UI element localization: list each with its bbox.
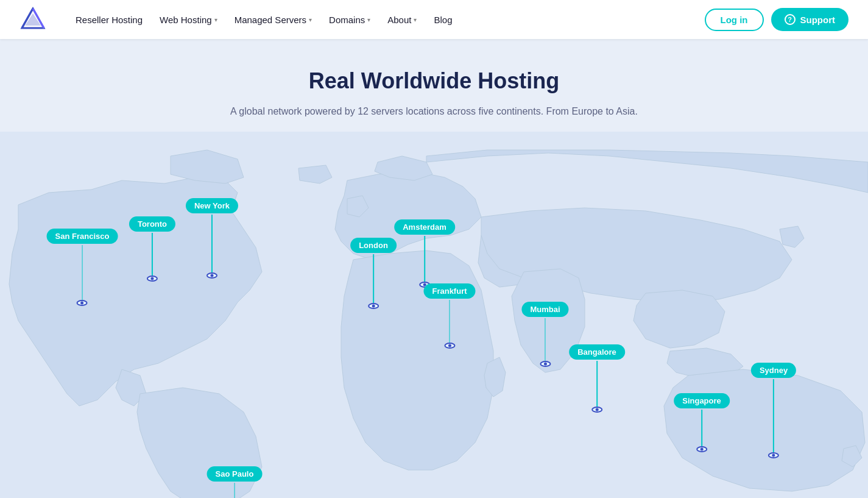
login-button[interactable]: Log in bbox=[705, 9, 764, 31]
chevron-down-icon: ▾ bbox=[309, 16, 312, 23]
logo[interactable] bbox=[19, 6, 46, 33]
nav-blog[interactable]: Blog bbox=[426, 10, 459, 30]
chevron-down-icon: ▾ bbox=[367, 16, 370, 23]
hero-section: Real Worldwide Hosting A global network … bbox=[0, 39, 868, 132]
support-icon: ? bbox=[785, 14, 796, 25]
hero-subtitle: A global network powered by 12 servers l… bbox=[12, 104, 856, 119]
nav-actions: Log in ? Support bbox=[705, 8, 849, 31]
support-button[interactable]: ? Support bbox=[771, 8, 849, 31]
nav-about[interactable]: About ▾ bbox=[380, 10, 424, 30]
nav-reseller-hosting[interactable]: Reseller Hosting bbox=[68, 10, 150, 30]
chevron-down-icon: ▾ bbox=[214, 16, 217, 23]
nav-web-hosting[interactable]: Web Hosting ▾ bbox=[152, 10, 225, 30]
chevron-down-icon: ▾ bbox=[414, 16, 417, 23]
hero-title: Real Worldwide Hosting bbox=[12, 68, 856, 94]
main-nav: Reseller Hosting Web Hosting ▾ Managed S… bbox=[0, 0, 868, 39]
nav-domains[interactable]: Domains ▾ bbox=[322, 10, 378, 30]
nav-links: Reseller Hosting Web Hosting ▾ Managed S… bbox=[68, 10, 705, 30]
nav-managed-servers[interactable]: Managed Servers ▾ bbox=[227, 10, 319, 30]
world-map-container: San Francisco Toronto New York Sao Paulo… bbox=[0, 132, 868, 498]
